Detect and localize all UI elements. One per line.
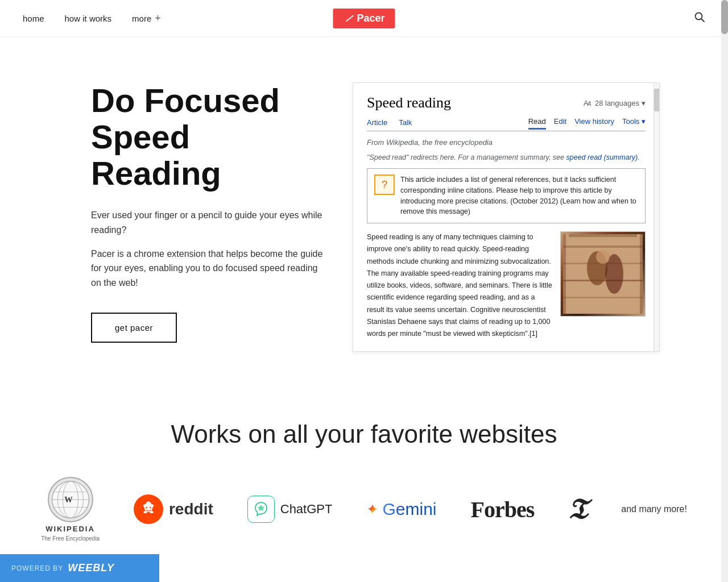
svg-rect-5 [563, 246, 643, 248]
nav-more[interactable]: more + [132, 13, 161, 24]
translate-icon: A A [584, 98, 593, 107]
wikipedia-tagline: The Free Encyclopedia [41, 535, 100, 542]
chatgpt-openai-icon [252, 500, 270, 518]
wiki-lang-label: 28 languages [595, 99, 639, 107]
search-button[interactable] [694, 11, 705, 26]
chatgpt-logo: ChatGPT [247, 496, 333, 523]
wiki-title-row: Speed reading A A 28 languages ▾ [367, 94, 646, 111]
nav-how-it-works[interactable]: how it works [65, 14, 112, 23]
svg-rect-8 [563, 297, 643, 298]
wiki-article-title: Speed reading [367, 94, 451, 111]
wiki-notice: ? This article includes a list of genera… [367, 168, 646, 223]
wiki-language-selector[interactable]: A A 28 languages ▾ [584, 98, 646, 107]
works-on-title: Works on all your favorite websites [23, 420, 705, 448]
hero-left: Do Focused Speed Reading Ever used your … [91, 82, 330, 343]
chatgpt-icon [247, 496, 275, 523]
logo-slash-icon: ⟋ [343, 12, 354, 25]
hero-description-2: Pacer is a chrome extension that helps b… [91, 247, 330, 290]
wiki-article-image [560, 231, 646, 317]
reddit-icon [134, 494, 163, 524]
wiki-notice-icon: ? [374, 174, 395, 195]
wiki-tab-talk[interactable]: Talk [399, 118, 412, 129]
nav-home[interactable]: home [23, 14, 44, 23]
powered-by-label: POWERED BY [11, 564, 63, 572]
forbes-wordmark: Forbes [470, 497, 534, 522]
wiki-tabs-right: Read Edit View history Tools ▾ [528, 117, 646, 130]
logo-name: Pacer [357, 13, 384, 24]
wiki-scrollbar-thumb[interactable] [654, 89, 660, 111]
wiki-tabs-left: Article Talk [367, 118, 412, 129]
wiki-tab-tools[interactable]: Tools ▾ [622, 117, 646, 130]
hero-description-1: Ever used your finger or a pencil to gui… [91, 208, 330, 237]
works-on-section: Works on all your favorite websites W WI… [0, 386, 728, 582]
wiki-redirect-link[interactable]: speed read (summary). [566, 153, 639, 161]
powered-by-bar[interactable]: POWERED BY weebly [0, 554, 159, 582]
logos-row: W WIKIPEDIA The Free Encyclopedia [23, 477, 705, 542]
svg-text:A: A [587, 101, 592, 107]
site-logo[interactable]: ⟋ Pacer [333, 9, 395, 28]
wiki-notice-text: This article includes a list of general … [400, 174, 638, 217]
wiki-lang-chevron: ▾ [642, 99, 646, 107]
chatgpt-wordmark: ChatGPT [280, 502, 333, 517]
nyt-wordmark: 𝔗 [568, 493, 587, 525]
wiki-image-svg [563, 234, 643, 314]
search-icon [694, 11, 705, 23]
page-scrollbar[interactable] [721, 0, 728, 582]
svg-text:W: W [64, 495, 73, 504]
nav-more-label[interactable]: more [132, 14, 151, 23]
wikipedia-globe-svg: W [50, 479, 91, 520]
wiki-tab-edit[interactable]: Edit [554, 117, 566, 130]
nyt-logo: 𝔗 [568, 493, 587, 526]
svg-rect-13 [563, 234, 566, 314]
nav-more-plus-icon: + [155, 13, 161, 24]
svg-point-28 [143, 511, 147, 513]
wikipedia-logo: W WIKIPEDIA The Free Encyclopedia [41, 477, 100, 542]
nav-right [694, 11, 705, 26]
navbar: home how it works more + ⟋ Pacer [0, 0, 728, 37]
svg-point-27 [143, 504, 147, 508]
wiki-tab-history[interactable]: View history [574, 117, 614, 130]
hero-title: Do Focused Speed Reading [91, 82, 330, 191]
wiki-redirect: "Speed read" redirects here. For a manag… [367, 153, 646, 161]
gemini-logo: ✦ Gemini [366, 500, 436, 519]
reddit-logo: reddit [134, 494, 213, 524]
svg-point-30 [147, 501, 150, 504]
wiki-scrollbar[interactable] [653, 83, 659, 351]
svg-point-29 [150, 511, 153, 513]
wiki-body-text: Speed reading is any of many techniques … [367, 231, 552, 340]
wiki-tabs: Article Talk Read Edit View history Tool… [367, 117, 646, 131]
wiki-subtitle: From Wikipedia, the free encyclopedia [367, 138, 646, 147]
wiki-body: Speed reading is any of many techniques … [367, 231, 646, 340]
wikipedia-wordmark: WIKIPEDIA [46, 525, 95, 533]
svg-rect-12 [569, 234, 637, 237]
svg-rect-14 [640, 234, 643, 314]
get-pacer-button[interactable]: get pacer [91, 313, 177, 343]
gemini-wordmark: Gemini [382, 500, 436, 519]
svg-point-26 [150, 504, 154, 508]
nav-left: home how it works more + [23, 13, 161, 24]
forbes-logo: Forbes [470, 496, 534, 523]
tools-chevron: ▾ [642, 117, 646, 126]
svg-line-1 [701, 19, 704, 22]
reddit-wordmark: reddit [169, 500, 213, 518]
logo-container[interactable]: ⟋ Pacer [333, 9, 395, 28]
wikipedia-preview: Speed reading A A 28 languages ▾ Article… [353, 82, 660, 352]
gemini-star-icon: ✦ [366, 501, 379, 518]
wiki-tab-article[interactable]: Article [367, 118, 387, 129]
reddit-alien-icon [139, 500, 158, 518]
wiki-tab-read[interactable]: Read [528, 117, 546, 130]
wikipedia-globe-icon: W [48, 477, 93, 522]
hero-section: Do Focused Speed Reading Ever used your … [23, 37, 705, 386]
svg-point-11 [596, 250, 610, 264]
and-many-more: and many more! [621, 503, 687, 516]
weebly-wordmark: weebly [68, 562, 114, 574]
